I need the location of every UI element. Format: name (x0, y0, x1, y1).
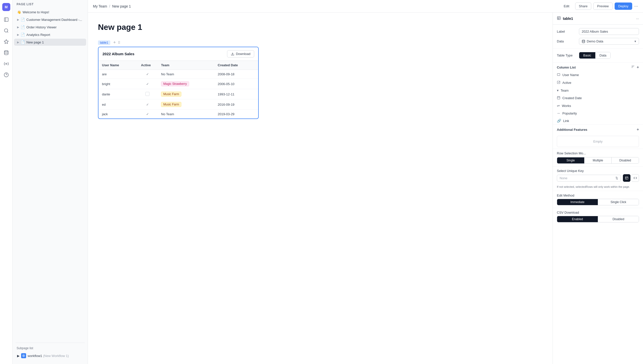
svg-rect-20 (557, 81, 560, 84)
col-item-active: Active (553, 79, 643, 87)
svg-point-15 (582, 40, 585, 41)
sidebar-item-analytics[interactable]: ▶ 📄 Analytics Report (14, 31, 86, 38)
table-row[interactable]: dante Music Farm 1993-12-11 (98, 89, 258, 99)
sidebar-item-label: New page 1 (26, 40, 44, 44)
sidebar-item-welcome[interactable]: 👋 Welcome to Hops! (14, 9, 86, 16)
deploy-icon[interactable] (2, 37, 11, 46)
team-link[interactable]: My Team (93, 4, 107, 8)
current-page-label: New page 1 (112, 4, 131, 8)
toggle-basic[interactable]: Basic (579, 52, 596, 58)
preview-button[interactable]: Preview (593, 3, 612, 10)
sidebar-item-order[interactable]: ▶ 📄 Order History Viewer (14, 24, 86, 31)
share-button[interactable]: Share (575, 3, 592, 10)
cell-date: 2006-05-10 (214, 79, 258, 89)
download-button[interactable]: Download (227, 50, 254, 57)
drag-icon[interactable]: ⠿ (118, 41, 120, 45)
label-field-label: Label (557, 30, 577, 33)
edit-method-section: Edit Method Immediate Single Click (553, 191, 643, 208)
additional-features-section: Additional Features + (553, 125, 643, 134)
text-icon (557, 73, 560, 77)
csv-download-section: CSV Download Enabled Disabled (553, 208, 643, 225)
sidebar-item-newpage[interactable]: ▶ 📄 New page 1 (14, 39, 86, 46)
svg-point-6 (6, 63, 7, 65)
topbar-actions: Edit Share Preview Deploy ··· (560, 3, 638, 10)
cell-active: ✓ (137, 110, 157, 119)
cell-team: Magic Strawberry (157, 79, 214, 89)
row-sel-disabled[interactable]: Disabled (612, 157, 639, 163)
col-label: Active (562, 81, 571, 85)
key-code-view-btn[interactable] (631, 174, 639, 182)
chevron-down-icon: ▾ (634, 39, 636, 43)
data-select[interactable]: Demo Data ▾ (579, 38, 639, 45)
data-icon[interactable] (2, 48, 11, 57)
panel-label-section: Label Data Demo Data ▾ (553, 25, 643, 48)
edit-single-click-btn[interactable]: Single Click (598, 199, 639, 205)
unique-key-select[interactable]: None ⇅ (557, 175, 621, 181)
edit-method-toggle: Immediate Single Click (557, 199, 639, 205)
breadcrumb: My Team / New page 1 (93, 4, 131, 8)
col-label: Link (563, 119, 569, 123)
col-label: Popularity (562, 111, 577, 115)
deploy-button[interactable]: Deploy (615, 3, 632, 10)
svg-point-9 (23, 355, 24, 356)
pages-icon[interactable] (2, 15, 11, 24)
toggle-data[interactable]: Data (596, 52, 610, 58)
edit-immediate-btn[interactable]: Immediate (557, 199, 598, 205)
table-row[interactable]: ed ✓ Music Farm 2016-09-19 (98, 99, 258, 110)
empty-box: Empty (557, 136, 639, 147)
cell-username: ed (98, 99, 137, 110)
table-panel-icon (557, 16, 561, 21)
row-sel-single[interactable]: Single (557, 157, 584, 163)
dropdown-icon: ▾ (557, 88, 559, 92)
edit-button[interactable]: Edit (560, 3, 573, 10)
sidebar-item-customer[interactable]: ▶ 📄 Customer Management Dashboard -... (14, 16, 86, 23)
key-select-placeholder: None (560, 176, 567, 180)
table-row[interactable]: jack ✓ No Team 2019-03-29 (98, 110, 258, 119)
icon-bar: M (0, 0, 13, 364)
subpage-workflow[interactable]: ▶ workflow1 (New Workflow 1) (14, 352, 86, 360)
cell-date: 2008-09-18 (214, 70, 258, 79)
page-icon: 📄 (21, 40, 25, 44)
table-tag[interactable]: table1 (98, 40, 110, 45)
col-item-team: ▾ Team (553, 87, 643, 94)
label-input[interactable] (579, 28, 639, 35)
check-icon: ✓ (146, 103, 149, 106)
panel-more-button[interactable]: ··· (636, 17, 639, 21)
key-table-view-btn[interactable] (623, 174, 630, 182)
csv-enabled-btn[interactable]: Enabled (557, 216, 598, 222)
add-column-icon[interactable]: + (637, 65, 639, 70)
link-icon: 🔗 (557, 119, 561, 123)
link2-icon: ↔ (557, 111, 560, 115)
row-sel-multiple[interactable]: Multiple (584, 157, 612, 163)
svg-line-3 (7, 32, 8, 33)
help-icon[interactable] (2, 70, 11, 79)
cell-team: No Team (157, 70, 214, 79)
svg-rect-19 (557, 74, 560, 76)
cell-username: bright (98, 79, 137, 89)
chevron-icon: ▶ (17, 41, 19, 44)
col-item-link: 🔗 Link (553, 117, 643, 125)
right-panel: table1 ··· Label Data Demo Data ▾ (553, 13, 643, 364)
table-row[interactable]: bright ✓ Magic Strawberry 2006-05-10 (98, 79, 258, 89)
settings-icon[interactable] (2, 59, 11, 68)
add-row-icon[interactable]: + (113, 40, 116, 45)
search-icon[interactable] (2, 26, 11, 35)
page-title: New page 1 (98, 23, 543, 32)
add-feature-icon[interactable]: + (637, 127, 639, 132)
more-button[interactable]: ··· (634, 4, 638, 9)
csv-disabled-btn[interactable]: Disabled (598, 216, 639, 222)
download-icon (231, 52, 234, 56)
switch-icon: ⇌ (557, 104, 560, 108)
team-badge: Music Farm (161, 92, 181, 97)
sort-icon[interactable] (631, 65, 635, 70)
key-select-arrows: ⇅ (615, 176, 618, 180)
page-content: New page 1 table1 + ⠿ 2022 Album Sales (88, 13, 553, 364)
checkbox-unchecked (145, 92, 149, 96)
sidebar: Page list 👋 Welcome to Hops! ▶ 📄 Custome… (13, 0, 88, 364)
table-type-row: Table Type Basic Data (557, 52, 639, 59)
unique-key-section: Select Unique Key None ⇅ (553, 166, 643, 184)
table-row[interactable]: are ✓ No Team 2008-09-18 (98, 70, 258, 79)
sidebar-item-label: Welcome to Hops! (23, 10, 49, 14)
calendar-icon (557, 96, 560, 100)
avatar[interactable]: M (2, 3, 10, 11)
